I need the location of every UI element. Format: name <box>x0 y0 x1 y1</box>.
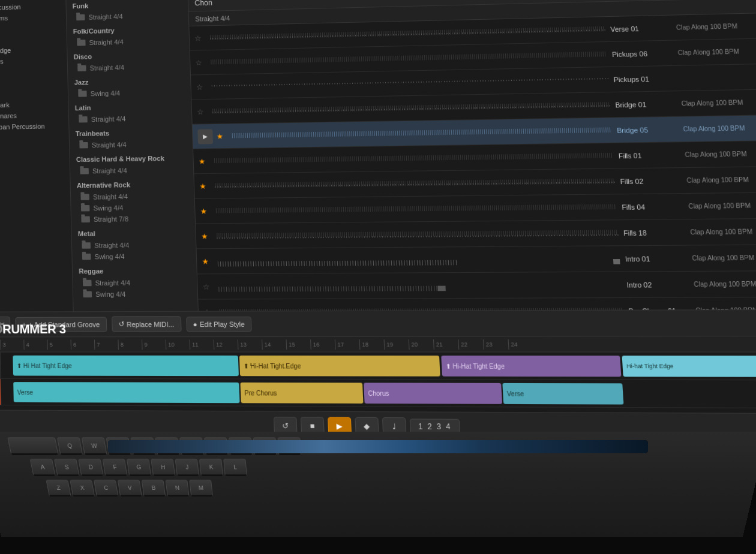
folder-icon-10 <box>81 216 90 222</box>
style-trainbeats-straight[interactable]: Straight 4/4 <box>70 138 193 150</box>
key-l[interactable]: L <box>223 459 247 476</box>
star-icon-3[interactable]: ☆ <box>197 107 204 116</box>
toolbar: ✂ + + Add Standard Groove ↺ Replace MIDI… <box>0 310 756 338</box>
edit-icon: ● <box>193 320 197 328</box>
style-reggae-swing[interactable]: Swing 4/4 <box>73 288 197 300</box>
main-content: Chon Straight 4/4 ☆ Verse 01 Clap Along … <box>188 0 756 311</box>
track-1: ⬆ Hi Hat Tight Edge ⬆ Hi-Hat Tight.Edge … <box>0 353 756 381</box>
pattern-wave-3 <box>212 97 611 119</box>
pattern-wave-0 <box>210 22 606 45</box>
star-icon-9[interactable]: ★ <box>202 257 209 266</box>
pattern-desc-1: Clap Along 100 BPM <box>677 47 756 56</box>
style-metal-swing[interactable]: Swing 4/4 <box>72 251 196 263</box>
key-m[interactable]: M <box>189 480 213 496</box>
sidebar-item-cuban[interactable]: Cuban Percussion <box>0 121 69 133</box>
style-funk-straight[interactable]: Straight 4/4 <box>67 10 188 23</box>
key-s[interactable]: S <box>54 459 80 476</box>
key-q[interactable]: Q <box>57 437 83 455</box>
folder-icon-9 <box>81 205 90 211</box>
pattern-desc-2 <box>680 77 756 79</box>
key-x[interactable]: X <box>70 480 95 496</box>
app-wrapper: Percussion Drums ck hop ic Edge sters ck… <box>0 0 756 554</box>
edit-play-style-btn[interactable]: ● Edit Play Style <box>186 316 252 332</box>
key-d[interactable]: D <box>78 459 103 476</box>
star-icon-2[interactable]: ☆ <box>196 83 203 92</box>
style-jazz-swing[interactable]: Swing 4/4 <box>68 86 191 100</box>
track-block-verse[interactable]: Verse <box>13 382 239 403</box>
category-reggae: Reggae <box>73 264 197 278</box>
touch-bar-content <box>108 440 648 453</box>
ruler-mark-19: 19 <box>384 339 409 350</box>
ruler-mark-11: 11 <box>190 339 214 350</box>
category-classic-rock: Classic Hard & Heavy Rock <box>70 152 193 165</box>
style-folk-straight[interactable]: Straight 4/4 <box>67 35 190 49</box>
folder-icon <box>76 14 85 20</box>
track-block-prechorus[interactable]: Pre Chorus <box>240 383 363 404</box>
style-alt-straight78[interactable]: Straight 7/8 <box>71 213 195 225</box>
ruler-mark-6: 6 <box>71 339 95 350</box>
track-block-verse2-label: Verse <box>507 390 524 397</box>
key-h[interactable]: H <box>151 459 175 476</box>
star-icon-7[interactable]: ★ <box>200 207 208 216</box>
star-icon-6[interactable]: ★ <box>199 182 206 191</box>
star-icon-8[interactable]: ★ <box>201 231 208 240</box>
star-icon-1[interactable]: ☆ <box>195 58 202 67</box>
pattern-desc-5: Clap Along 100 BPM <box>685 150 756 158</box>
key-g[interactable]: G <box>127 459 151 476</box>
key-k[interactable]: K <box>199 459 223 476</box>
star-icon-10[interactable]: ☆ <box>203 282 210 291</box>
pattern-name-10: Intro 02 <box>626 281 694 289</box>
laptop-screen: Percussion Drums ck hop ic Edge sters ck… <box>0 0 756 477</box>
key-b[interactable]: B <box>142 480 166 496</box>
app-logo: DRUMMER 3 <box>0 322 66 336</box>
track-block-hihat-2[interactable]: ⬆ Hi-Hat Tight.Edge <box>239 356 440 377</box>
track-block-hihat-4[interactable]: Hi-hat Tight Edge <box>622 356 756 377</box>
pattern-desc-7: Clap Along 100 BPM <box>688 202 756 210</box>
pattern-wave-7 <box>215 199 617 218</box>
ruler-mark-21: 21 <box>433 339 458 349</box>
replace-midi-btn[interactable]: ↺ Replace MIDI... <box>112 316 181 332</box>
style-metal-straight[interactable]: Straight 4/4 <box>72 239 196 251</box>
folder-icon-12 <box>82 254 91 260</box>
track-block-chorus-label: Chorus <box>368 390 389 397</box>
browser-tab-chon[interactable]: Chon <box>194 0 212 7</box>
ruler-mark-17: 17 <box>335 339 360 350</box>
key-f[interactable]: F <box>103 459 128 476</box>
pattern-row-intro02[interactable]: ☆ Intro 02 Clap Along 100 BPM Hi-Hat <box>197 270 756 299</box>
key-j[interactable]: J <box>175 459 199 476</box>
play-btn-bridge05[interactable]: ▶ <box>197 129 213 144</box>
track-block-hihat-3[interactable]: ⬆ Hi-Hat Tight Edge <box>441 356 621 377</box>
folder-icon-2 <box>77 40 85 46</box>
track-block-verse2[interactable]: Verse <box>502 383 623 405</box>
key-n[interactable]: N <box>165 480 189 496</box>
track-1-content: ⬆ Hi Hat Tight Edge ⬆ Hi-Hat Tight.Edge … <box>1 353 756 380</box>
key-a[interactable]: A <box>30 459 56 476</box>
key-z[interactable]: Z <box>46 480 71 496</box>
pattern-row-prechorus01[interactable]: ☆ Pre Chorus 01 Clap Along 100 BPM <box>198 297 756 311</box>
style-classic-straight[interactable]: Straight 4/4 <box>70 164 194 177</box>
ruler-mark-22: 22 <box>458 339 483 349</box>
folder-icon-4 <box>78 91 86 97</box>
key-w[interactable]: W <box>82 437 107 455</box>
pattern-desc-8: Clap Along 100 BPM <box>690 228 756 236</box>
style-alt-straight44[interactable]: Straight 4/4 <box>71 190 194 203</box>
pattern-row-fills18[interactable]: ★ Fills 18 Clap Along 100 BPM Hi-Hat Clo… <box>196 218 756 249</box>
sidebar-item-p-snares[interactable]: p Snares <box>0 109 68 122</box>
style-disco-straight[interactable]: Straight 4/4 <box>68 61 190 74</box>
star-icon-5[interactable]: ★ <box>199 157 206 166</box>
key-v[interactable]: V <box>118 480 142 496</box>
style-alt-swing44[interactable]: Swing 4/4 <box>71 201 194 214</box>
pattern-name-3: Bridge 01 <box>615 100 682 109</box>
track-block-hihat-1[interactable]: ⬆ Hi Hat Tight Edge <box>13 356 239 376</box>
pattern-name-8: Fills 18 <box>623 228 691 237</box>
style-latin-straight[interactable]: Straight 4/4 <box>69 112 192 125</box>
pattern-row-intro01[interactable]: ★ Intro 01 Clap Along 100 BPM Hi Hat <box>197 244 756 274</box>
touch-bar <box>108 440 648 453</box>
star-icon-4[interactable]: ★ <box>217 132 224 141</box>
style-reggae-straight[interactable]: Straight 4/4 <box>73 277 197 289</box>
track-block-chorus[interactable]: Chorus <box>364 383 502 404</box>
pattern-name-2: Pickups 01 <box>613 74 680 83</box>
star-icon-0[interactable]: ☆ <box>194 34 202 42</box>
folder-icon-7 <box>80 168 89 174</box>
key-c[interactable]: C <box>94 480 118 496</box>
